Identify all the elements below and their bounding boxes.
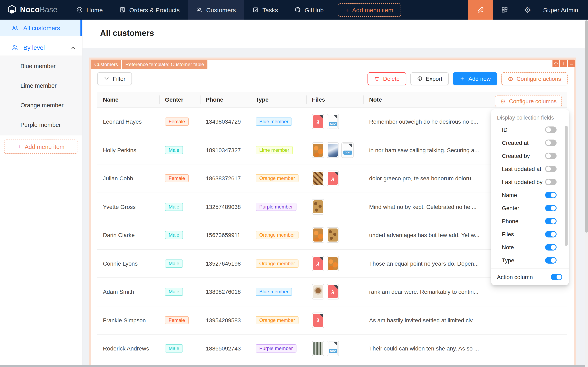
doc-file-icon[interactable]: DOC	[341, 142, 354, 158]
doc-file-icon[interactable]: DOC	[327, 114, 339, 130]
field-switch[interactable]	[545, 126, 557, 133]
nav-item-home[interactable]: Home	[68, 0, 111, 20]
configure-columns-button[interactable]: ⚙ Configure columns	[495, 95, 562, 107]
nav-item-github[interactable]: GitHub	[286, 0, 332, 20]
field-toggle-item-id[interactable]: ID	[491, 123, 569, 136]
field-toggle-item-name[interactable]: Name	[491, 189, 569, 201]
cell-note: in nor ham saw calling talking. Securing…	[363, 136, 486, 164]
table-row[interactable]: Frankie SimpsonFemale13954209583Orange m…	[97, 306, 567, 334]
field-toggle-item-type[interactable]: Type	[491, 254, 569, 267]
field-toggle-item-created-by[interactable]: Created by	[491, 149, 569, 162]
add-block-button[interactable]	[560, 60, 567, 67]
gender-tag: Male	[165, 288, 183, 296]
pdf-file-icon[interactable]: λ	[312, 114, 324, 130]
sidebar-subitem-lime-member[interactable]: Lime member	[0, 76, 82, 95]
field-switch[interactable]	[545, 218, 557, 225]
sidebar-item-by-level[interactable]: By level	[0, 39, 82, 56]
cell-phone: 13257489038	[200, 193, 250, 221]
sidebar-item-all-customers[interactable]: All customers	[0, 20, 82, 36]
pdf-file-icon[interactable]: λ	[312, 313, 324, 328]
delete-button[interactable]: Delete	[367, 72, 406, 85]
field-switch[interactable]	[545, 205, 557, 211]
sidebar-subitem-purple-member[interactable]: Purple member	[0, 115, 82, 135]
nav-item-tasks[interactable]: Tasks	[244, 0, 286, 20]
column-header-phone[interactable]: Phone	[200, 92, 250, 107]
vertical-scrollbar-track[interactable]	[585, 20, 588, 367]
field-toggle-item-last-updated-by[interactable]: Last updated by	[491, 175, 569, 189]
plugin-manager-button[interactable]	[493, 0, 516, 20]
image-attachment-thumbnail[interactable]	[312, 227, 324, 243]
nocobase-logo[interactable]: NocoBase	[0, 0, 68, 20]
export-button[interactable]: Export	[410, 72, 449, 85]
settings-button[interactable]: ⚙	[516, 0, 539, 20]
image-attachment-thumbnail[interactable]	[327, 227, 339, 243]
column-header-note[interactable]: Note	[363, 92, 486, 107]
vertical-scrollbar-thumb[interactable]	[585, 20, 588, 233]
field-switch[interactable]	[545, 244, 557, 250]
table-row[interactable]: Roderick AndrewsMale18865092743Purple me…	[97, 334, 567, 363]
column-header-files[interactable]: Files	[306, 92, 363, 107]
field-switch[interactable]	[545, 231, 557, 237]
column-header-name[interactable]: Name	[97, 92, 159, 107]
cell-name: Leonard Hayes	[97, 108, 159, 136]
action-column-switch[interactable]	[551, 274, 562, 280]
doc-file-icon[interactable]: DOC	[327, 341, 339, 356]
field-switch[interactable]	[545, 140, 557, 146]
cell-files: λ	[306, 164, 363, 192]
sidebar-subitem-blue-member[interactable]: Blue member	[0, 56, 82, 76]
action-column-toggle-row[interactable]: Action column	[491, 268, 569, 285]
nav-item-orders-products[interactable]: Orders & Products	[111, 0, 188, 20]
field-toggle-item-note[interactable]: Note	[491, 241, 569, 254]
pdf-file-icon[interactable]: λ	[327, 171, 339, 186]
pen-icon	[477, 6, 485, 14]
field-toggle-item-genter[interactable]: Genter	[491, 201, 569, 215]
cell-name: Julian Cobb	[97, 164, 159, 192]
pdf-file-icon[interactable]: λ	[327, 284, 339, 300]
nav-item-customers[interactable]: Customers	[188, 0, 244, 20]
add-new-button[interactable]: Add new	[453, 72, 497, 85]
cell-type: Blue member	[250, 278, 306, 306]
cell-note: Remember outweigh do he desirous no c...	[363, 108, 486, 136]
brand-bold: Noco	[20, 5, 40, 14]
block-tag-template: Reference template: Customer table	[122, 60, 207, 69]
field-toggle-item-created-at[interactable]: Created at	[491, 136, 569, 149]
sidebar-subitem-orange-member[interactable]: Orange member	[0, 95, 82, 115]
column-header-genter[interactable]: Genter	[159, 92, 200, 107]
field-toggle-item-phone[interactable]: Phone	[491, 215, 569, 228]
cell-actions	[486, 306, 567, 334]
image-attachment-thumbnail[interactable]	[312, 284, 324, 300]
configure-actions-label: Configure actions	[517, 75, 561, 82]
cell-files: DOC	[306, 334, 363, 363]
image-attachment-thumbnail[interactable]	[312, 341, 324, 356]
field-switch[interactable]	[545, 166, 557, 172]
image-attachment-thumbnail[interactable]	[327, 142, 339, 158]
dropdown-scrollbar-thumb[interactable]	[565, 126, 568, 246]
delete-label: Delete	[383, 75, 400, 82]
column-header-type[interactable]: Type	[250, 92, 306, 107]
sidebar-add-menu-item-label: Add menu item	[25, 143, 65, 150]
image-attachment-thumbnail[interactable]	[312, 199, 324, 215]
image-attachment-thumbnail[interactable]	[327, 256, 339, 271]
logo-cube-icon	[7, 4, 17, 15]
field-switch[interactable]	[545, 257, 557, 264]
drag-block-button[interactable]	[553, 60, 559, 67]
field-switch[interactable]	[545, 179, 557, 185]
field-label: Last updated at	[502, 166, 541, 172]
field-toggle-item-files[interactable]: Files	[491, 228, 569, 241]
field-label: Note	[502, 244, 514, 250]
pdf-file-icon[interactable]: λ	[312, 256, 324, 271]
filter-button[interactable]: Filter	[97, 72, 132, 85]
cell-phone: 15673659911	[200, 221, 250, 249]
horizontal-scrollbar-thumb[interactable]	[0, 365, 585, 367]
image-attachment-thumbnail[interactable]	[312, 142, 324, 158]
block-menu-button[interactable]	[568, 60, 575, 67]
sidebar-add-menu-item-button[interactable]: + Add menu item	[4, 140, 78, 154]
field-switch[interactable]	[545, 192, 557, 198]
field-switch[interactable]	[545, 153, 557, 159]
image-attachment-thumbnail[interactable]	[312, 171, 324, 186]
field-toggle-item-last-updated-at[interactable]: Last updated at	[491, 162, 569, 175]
user-menu[interactable]: Super Admin	[539, 0, 588, 20]
navbar-add-menu-item-button[interactable]: + Add menu item	[338, 3, 401, 17]
ui-editor-pen-button[interactable]	[468, 0, 493, 20]
configure-actions-button[interactable]: ⚙ Configure actions	[501, 72, 568, 85]
